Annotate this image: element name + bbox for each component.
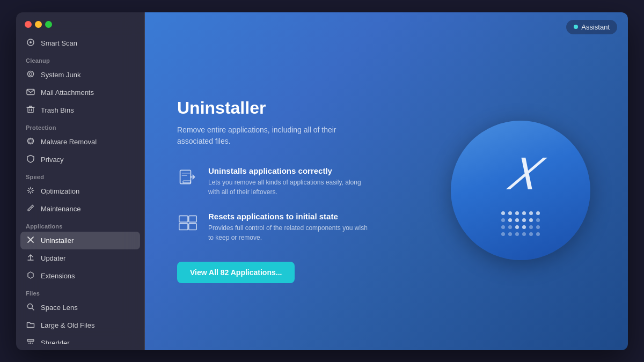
dot <box>515 218 519 222</box>
dot <box>501 211 505 215</box>
svg-rect-13 <box>189 216 196 222</box>
feature-text-resets: Resets applications to initial state Pro… <box>208 212 369 242</box>
dots-row-2 <box>501 218 540 222</box>
sidebar-item-large-old-files[interactable]: Large & Old Files <box>20 316 140 334</box>
sidebar-item-label: Space Lens <box>41 304 78 312</box>
dot <box>501 218 505 222</box>
sidebar-item-maintenance[interactable]: Maintenance <box>20 200 140 218</box>
svg-point-1 <box>30 41 32 43</box>
sidebar-item-shredder[interactable]: Shredder <box>20 334 140 344</box>
sidebar-item-system-junk[interactable]: System Junk <box>20 66 140 84</box>
space-lens-icon <box>26 302 35 313</box>
minimize-button[interactable] <box>35 21 42 28</box>
sidebar-item-trash-bins[interactable]: Trash Bins <box>20 101 140 119</box>
optimization-icon <box>26 186 35 196</box>
sidebar-item-smart-scan[interactable]: Smart Scan <box>20 34 140 52</box>
dot <box>522 232 526 236</box>
resets-icon <box>177 212 199 233</box>
dot <box>536 211 540 215</box>
content-area: Uninstaller Remove entire applications, … <box>145 42 628 350</box>
maximize-button[interactable] <box>45 21 52 28</box>
dots-row-3 <box>501 225 540 229</box>
close-button[interactable] <box>25 21 32 28</box>
assistant-label: Assistant <box>581 23 610 31</box>
svg-point-3 <box>30 72 32 75</box>
sidebar-item-malware-removal[interactable]: Malware Removal <box>20 133 140 151</box>
sidebar-item-label: Mail Attachments <box>41 88 94 97</box>
extensions-icon <box>26 271 35 281</box>
sidebar-item-label: System Junk <box>41 71 80 79</box>
feature-description: Lets you remove all kinds of application… <box>208 178 369 197</box>
uninstalls-icon <box>177 166 199 188</box>
section-protection: Protection <box>20 119 140 133</box>
feature-list: Uninstalls applications correctly Lets y… <box>177 166 424 242</box>
sidebar-item-label: Smart Scan <box>41 39 77 47</box>
right-panel: 𝘟 <box>445 115 596 265</box>
dot <box>508 225 512 229</box>
folder-icon <box>26 320 35 330</box>
system-junk-icon <box>26 70 35 80</box>
assistant-button[interactable]: Assistant <box>566 20 617 34</box>
mail-icon <box>26 87 35 98</box>
svg-rect-5 <box>28 107 33 113</box>
feature-item-uninstalls: Uninstalls applications correctly Lets y… <box>177 166 424 197</box>
svg-point-2 <box>28 71 34 77</box>
svg-rect-12 <box>179 223 188 230</box>
dot <box>522 218 526 222</box>
dot <box>529 218 533 222</box>
view-all-button[interactable]: View All 82 Applications... <box>177 262 295 283</box>
sidebar-item-label: Uninstaller <box>41 237 74 245</box>
dot <box>522 211 526 215</box>
sidebar-item-optimization[interactable]: Optimization <box>20 182 140 200</box>
maintenance-icon <box>26 204 35 214</box>
dot <box>529 211 533 215</box>
traffic-lights <box>16 19 144 34</box>
dot <box>529 232 533 236</box>
main-content: Assistant Uninstaller Remove entire appl… <box>145 12 628 350</box>
page-title: Uninstaller <box>177 98 424 118</box>
svg-rect-8 <box>27 339 34 341</box>
sidebar-item-label: Extensions <box>41 272 75 280</box>
section-files: Files <box>20 285 140 299</box>
page-subtitle: Remove entire applications, including al… <box>177 124 349 147</box>
dot <box>508 211 512 215</box>
sidebar-item-label: Trash Bins <box>41 106 74 114</box>
dots-grid <box>501 211 540 236</box>
svg-rect-10 <box>183 181 191 183</box>
sidebar-item-label: Malware Removal <box>41 138 97 146</box>
sidebar-item-uninstaller[interactable]: Uninstaller <box>20 232 140 249</box>
dot <box>501 225 505 229</box>
topbar: Assistant <box>145 12 628 42</box>
sidebar-item-space-lens[interactable]: Space Lens <box>20 299 140 316</box>
uninstaller-icon <box>26 235 35 246</box>
dot <box>536 232 540 236</box>
svg-rect-14 <box>189 223 196 230</box>
logo-x-symbol: 𝘟 <box>507 145 535 202</box>
feature-title: Uninstalls applications correctly <box>208 166 369 175</box>
sidebar-item-label: Maintenance <box>41 205 80 213</box>
svg-rect-11 <box>179 216 188 222</box>
logo-circle: 𝘟 <box>451 121 590 260</box>
updater-icon <box>26 253 35 263</box>
dot <box>515 225 519 229</box>
dot <box>508 218 512 222</box>
section-cleanup: Cleanup <box>20 52 140 66</box>
sidebar-item-label: Updater <box>41 254 65 262</box>
sidebar-item-updater[interactable]: Updater <box>20 249 140 267</box>
dots-row-4 <box>501 232 540 236</box>
dot <box>529 225 533 229</box>
smart-scan-icon <box>26 38 35 48</box>
sidebar-item-label: Large & Old Files <box>41 321 94 329</box>
feature-item-resets: Resets applications to initial state Pro… <box>177 212 424 242</box>
dot <box>501 232 505 236</box>
sidebar-item-privacy[interactable]: Privacy <box>20 151 140 168</box>
section-speed: Speed <box>20 168 140 182</box>
dot <box>515 232 519 236</box>
sidebar-item-extensions[interactable]: Extensions <box>20 267 140 285</box>
dots-row-1 <box>501 211 540 215</box>
sidebar-content: Smart Scan Cleanup System Junk <box>16 34 144 344</box>
privacy-icon <box>26 154 35 165</box>
feature-title: Resets applications to initial state <box>208 212 369 221</box>
sidebar-item-mail-attachments[interactable]: Mail Attachments <box>20 84 140 101</box>
section-applications: Applications <box>20 218 140 232</box>
